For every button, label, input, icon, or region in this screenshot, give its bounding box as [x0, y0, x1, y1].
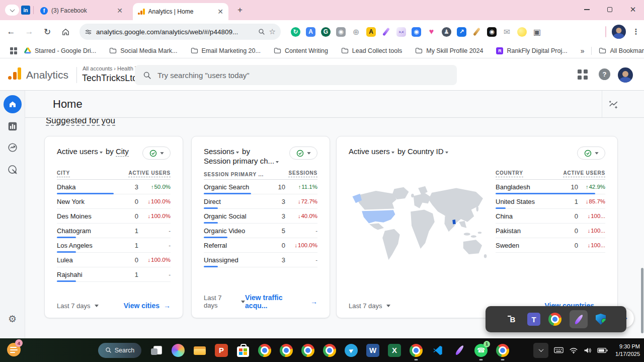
- scrollbar-thumb[interactable]: [641, 268, 643, 333]
- highlighter-extension-icon[interactable]: A: [366, 27, 376, 37]
- camera-extension-icon[interactable]: ◉: [336, 27, 346, 37]
- new-tab-button[interactable]: +: [234, 5, 246, 16]
- excel[interactable]: X: [388, 339, 401, 361]
- search-box[interactable]: Search: [98, 339, 141, 361]
- bookmark-item[interactable]: Content Writing: [274, 47, 328, 54]
- microsoft-store[interactable]: [236, 339, 250, 361]
- translate-extension-icon[interactable]: A: [306, 27, 315, 37]
- column-header[interactable]: ACTIVE USERS: [128, 170, 171, 177]
- analytics-search-bar[interactable]: [135, 65, 457, 85]
- window-close-button[interactable]: ✕: [623, 0, 643, 19]
- data-quality-badge[interactable]: [289, 147, 317, 160]
- date-range-selector[interactable]: Last 7 days: [204, 294, 245, 309]
- file-explorer[interactable]: [193, 339, 206, 361]
- back-button[interactable]: ←: [4, 25, 18, 39]
- teams-app[interactable]: T: [527, 313, 540, 326]
- tb-app[interactable]: B: [506, 313, 519, 326]
- sidebar-item-advertising[interactable]: [7, 164, 18, 175]
- chrome-profile-6[interactable]: [496, 339, 509, 361]
- clipboard-extension-icon[interactable]: ▣: [532, 27, 542, 37]
- chrome-app[interactable]: [548, 313, 561, 326]
- address-bar[interactable]: ☆: [79, 24, 281, 40]
- eyedropper-extension-icon[interactable]: [472, 27, 481, 37]
- globe-extension-icon[interactable]: ⊕: [351, 27, 361, 37]
- analytics-product-name[interactable]: Analytics: [26, 69, 68, 81]
- bookmark-item[interactable]: Starred - Google Dri...: [24, 47, 96, 54]
- browser-menu-button[interactable]: ⋮: [631, 25, 641, 39]
- url-input[interactable]: [96, 28, 254, 36]
- hidden-icons-chevron[interactable]: [533, 343, 548, 358]
- defender-app[interactable]: [596, 314, 606, 325]
- powerpoint[interactable]: P: [215, 339, 228, 361]
- tab-search-button[interactable]: [5, 5, 19, 16]
- bookmarks-overflow-button[interactable]: »: [581, 47, 585, 55]
- dark-extension-icon[interactable]: ◉: [487, 27, 497, 37]
- search-input[interactable]: [157, 71, 449, 80]
- column-header[interactable]: COUNTRY: [496, 170, 523, 177]
- window-maximize-button[interactable]: [600, 0, 620, 19]
- tab-facebook[interactable]: f (3) Facebook ✕: [37, 4, 126, 17]
- tag-extension-icon[interactable]: ◉: [412, 27, 421, 37]
- metric-selector[interactable]: Active users: [349, 147, 390, 156]
- browser-profile-avatar[interactable]: [612, 25, 626, 39]
- whatsapp[interactable]: ☎1: [474, 339, 488, 361]
- search-pill[interactable]: Search: [98, 343, 141, 358]
- window-minimize-button[interactable]: [577, 0, 597, 19]
- sidebar-item-explore[interactable]: [7, 142, 18, 153]
- close-icon[interactable]: ✕: [217, 8, 223, 15]
- sidebar-item-home[interactable]: [4, 95, 22, 113]
- word[interactable]: W: [366, 339, 379, 361]
- grammarly-extension-icon[interactable]: G: [321, 27, 331, 37]
- zoom-icon[interactable]: [258, 28, 265, 35]
- analytics-logo-icon[interactable]: [8, 67, 21, 80]
- dimension-selector[interactable]: Session primary ch...: [204, 157, 274, 165]
- bookmark-item[interactable]: Lead Collect tools: [341, 47, 402, 54]
- close-icon[interactable]: ✕: [117, 7, 123, 14]
- dimension-selector[interactable]: Country ID: [408, 147, 444, 156]
- bulb-extension-icon[interactable]: [517, 27, 527, 37]
- column-header[interactable]: ACTIVE USERS: [563, 170, 605, 177]
- ga-apps-grid-icon[interactable]: [578, 69, 588, 80]
- data-quality-badge[interactable]: [142, 147, 171, 160]
- chrome-profile-3[interactable]: [301, 339, 314, 361]
- pen-extension-icon[interactable]: [381, 27, 391, 37]
- heart-extension-icon[interactable]: ♥: [427, 27, 436, 37]
- start-button[interactable]: [76, 339, 90, 361]
- bookmark-item[interactable]: Social Media Mark...: [109, 47, 177, 54]
- tab-analytics[interactable]: Analytics | Home ✕: [133, 3, 228, 20]
- battery-icon[interactable]: [597, 347, 608, 353]
- view-traffic-link[interactable]: View traffic acqu...→: [245, 294, 317, 310]
- home-button[interactable]: [58, 25, 72, 39]
- view-cities-link[interactable]: View cities→: [124, 302, 171, 310]
- linkedin-pinned-tab[interactable]: in: [21, 6, 30, 15]
- speaker-icon[interactable]: [584, 347, 592, 354]
- task-view[interactable]: [150, 339, 163, 361]
- copilot[interactable]: [172, 339, 185, 361]
- bookmark-star-icon[interactable]: ☆: [269, 27, 276, 36]
- chrome-profile-2[interactable]: [280, 339, 293, 361]
- insights-icon[interactable]: [608, 100, 619, 110]
- breadcrumb-all-accounts[interactable]: All accounts: [83, 65, 112, 71]
- help-icon[interactable]: ?: [599, 68, 610, 80]
- cursor-extension-icon[interactable]: >.<: [396, 27, 406, 37]
- designer-app[interactable]: [570, 310, 588, 328]
- chrome-profile-4[interactable]: [323, 339, 336, 361]
- all-bookmarks-button[interactable]: All Bookmarks: [599, 47, 644, 54]
- date-range-selector[interactable]: Last 7 days: [349, 302, 390, 310]
- column-header[interactable]: SESSION PRIMARY ...: [204, 172, 264, 177]
- bookmark-item[interactable]: Email Marketing 20...: [191, 47, 261, 54]
- forward-button[interactable]: →: [22, 25, 36, 39]
- column-header[interactable]: CITY: [57, 170, 70, 177]
- ga-profile-avatar[interactable]: [618, 67, 633, 83]
- wifi-icon[interactable]: [569, 347, 578, 354]
- taskbar-clock[interactable]: 9:30 PM 1/17/2025: [615, 343, 640, 358]
- refresh-button[interactable]: ↻: [40, 25, 54, 39]
- sidebar-item-reports[interactable]: [7, 121, 18, 132]
- metric-selector[interactable]: Active users: [57, 147, 98, 156]
- bookmark-item[interactable]: RRankFly Digital Proj...: [496, 47, 567, 54]
- bookmark-item[interactable]: My Skill Profile 2024: [415, 47, 483, 54]
- apps-grid-icon[interactable]: [10, 47, 17, 54]
- chrome-profile-5[interactable]: [410, 339, 423, 361]
- chrome-profile-1[interactable]: [258, 339, 271, 361]
- column-header[interactable]: SESSIONS: [288, 170, 317, 177]
